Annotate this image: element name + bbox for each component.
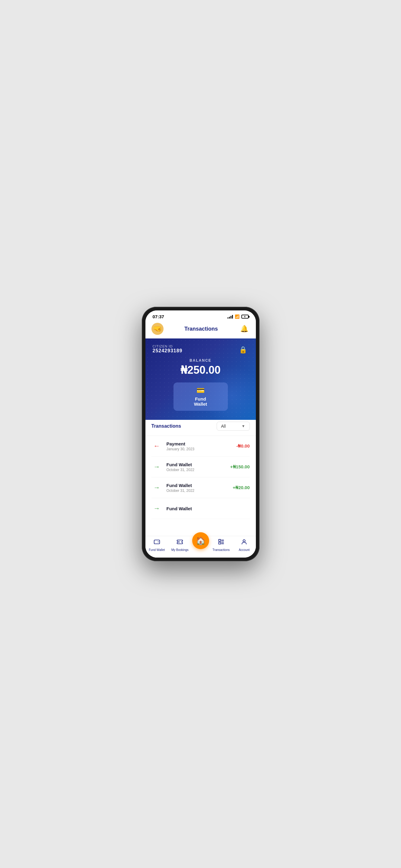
transaction-amount: +₦150.00 xyxy=(230,464,250,470)
nav-transactions[interactable]: Transactions xyxy=(210,538,233,552)
nav-account[interactable]: Account xyxy=(233,538,256,552)
balance-label: BALANCE xyxy=(153,358,249,363)
my-bookings-nav-label: My Bookings xyxy=(171,548,189,552)
wallet-card: CITIZEN ID 2524293189 🔒 BALANCE ₦250.00 … xyxy=(145,338,256,420)
balance-section: BALANCE ₦250.00 xyxy=(153,358,249,376)
battery-icon: 6 xyxy=(241,315,249,318)
transaction-details: Fund Wallet October 31, 2022 xyxy=(167,462,226,472)
transaction-item[interactable]: ← Payment January 30, 2023 -₦0.00 xyxy=(151,436,250,457)
citizen-id-label: CITIZEN ID xyxy=(153,344,182,348)
account-nav-icon xyxy=(241,538,248,547)
transaction-amount: -₦0.00 xyxy=(236,443,250,449)
card-top-row: CITIZEN ID 2524293189 🔒 xyxy=(153,344,249,355)
fund-wallet-nav-icon xyxy=(153,538,160,547)
wifi-icon: 📶 xyxy=(235,314,239,319)
bell-icon[interactable]: 🔔 xyxy=(239,323,250,334)
account-nav-label: Account xyxy=(239,548,250,552)
fund-wallet-nav-label: Fund Wallet xyxy=(149,548,165,552)
wallet-card-icon: 💳 xyxy=(196,387,205,395)
transaction-name: Fund Wallet xyxy=(167,462,226,467)
transactions-nav-label: Transactions xyxy=(212,548,230,552)
transactions-section-title: Transactions xyxy=(151,424,181,429)
transaction-name: Payment xyxy=(167,441,232,446)
transaction-details: Payment January 30, 2023 xyxy=(167,441,232,451)
transactions-nav-icon xyxy=(218,538,225,547)
signal-icon xyxy=(228,315,233,318)
status-bar: 07:37 📶 6 xyxy=(145,310,256,320)
avatar: 🤜 xyxy=(151,323,164,335)
phone-screen: 07:37 📶 6 🤜 Transactions 🔔 xyxy=(145,310,256,558)
transaction-item[interactable]: → Fund Wallet October 31, 2022 +₦20.00 xyxy=(151,477,250,498)
svg-rect-2 xyxy=(219,539,221,541)
chevron-down-icon: ▼ xyxy=(242,424,245,428)
nav-my-bookings[interactable]: My Bookings xyxy=(168,538,192,552)
svg-point-8 xyxy=(243,540,245,542)
page-title: Transactions xyxy=(184,326,218,332)
lock-icon[interactable]: 🔒 xyxy=(238,344,249,355)
svg-rect-5 xyxy=(219,542,221,544)
transaction-item[interactable]: → Fund Wallet October 31, 2022 +₦150.00 xyxy=(151,457,250,477)
credit-arrow-icon: → xyxy=(151,503,162,514)
svg-rect-0 xyxy=(154,540,160,544)
transaction-amount: +₦20.00 xyxy=(233,485,250,490)
transaction-date: October 31, 2022 xyxy=(167,468,226,472)
filter-dropdown[interactable]: All ▼ xyxy=(217,422,250,431)
transaction-item[interactable]: → Fund Wallet xyxy=(151,498,250,519)
citizen-id-block: CITIZEN ID 2524293189 xyxy=(153,344,182,353)
transaction-details: Fund Wallet October 31, 2022 xyxy=(167,483,229,493)
balance-amount: ₦250.00 xyxy=(153,364,249,376)
credit-arrow-icon: → xyxy=(151,461,162,472)
transaction-name: Fund Wallet xyxy=(167,506,250,511)
debit-arrow-icon: ← xyxy=(151,441,162,452)
my-bookings-nav-icon xyxy=(176,538,183,547)
filter-label: All xyxy=(221,424,226,429)
home-fab-button[interactable]: 🏠 xyxy=(192,532,209,549)
transaction-name: Fund Wallet xyxy=(167,483,229,488)
fund-wallet-button-label: Fund Wallet xyxy=(189,396,213,407)
app-header: 🤜 Transactions 🔔 xyxy=(145,320,256,338)
status-time: 07:37 xyxy=(153,314,164,319)
fund-wallet-button[interactable]: 💳 Fund Wallet xyxy=(173,382,228,411)
nav-fund-wallet[interactable]: Fund Wallet xyxy=(145,538,169,552)
status-icons: 📶 6 xyxy=(228,314,249,319)
transaction-date: January 30, 2023 xyxy=(167,447,232,451)
transaction-list: ← Payment January 30, 2023 -₦0.00 → Fund… xyxy=(145,436,256,519)
credit-arrow-icon: → xyxy=(151,482,162,493)
transaction-details: Fund Wallet xyxy=(167,506,250,511)
transaction-date: October 31, 2022 xyxy=(167,489,229,493)
phone-frame: 07:37 📶 6 🤜 Transactions 🔔 xyxy=(142,307,259,561)
citizen-id-value: 2524293189 xyxy=(153,348,182,353)
